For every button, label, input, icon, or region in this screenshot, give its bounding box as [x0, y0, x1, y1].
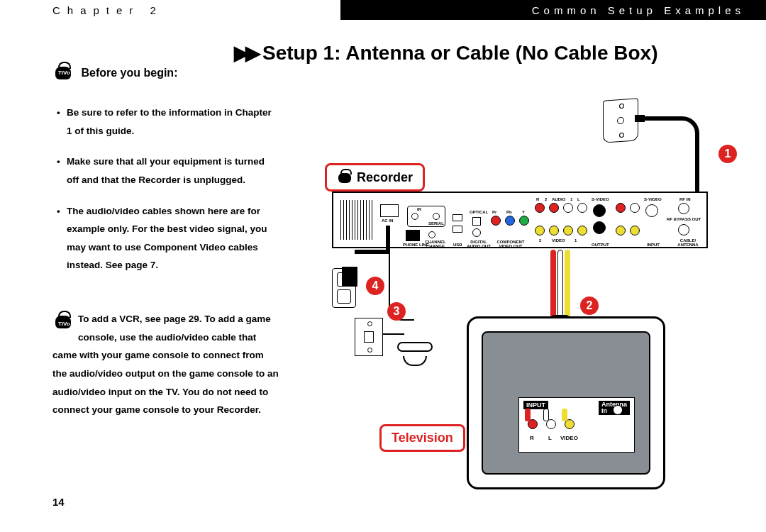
port-label: Pr	[492, 210, 496, 214]
port-label: INPUT	[647, 243, 660, 247]
component-y-jack	[519, 216, 529, 226]
section-label: Common Setup Examples	[340, 0, 766, 20]
port-label: CHANNEL CHANGE	[424, 240, 447, 248]
port-label: Y	[522, 210, 525, 214]
callout-2: 2	[580, 297, 599, 315]
av-cable-yellow	[565, 250, 570, 321]
fan-vent-icon	[340, 200, 373, 240]
chapter-label: Chapter 2	[0, 0, 340, 20]
port-label: 2	[539, 238, 541, 243]
port-label: Pb	[506, 210, 512, 214]
port-label: 2	[545, 197, 547, 201]
av-plug-white-icon	[543, 409, 549, 421]
audio-l-jack	[577, 203, 587, 213]
port-label: USB	[453, 243, 462, 247]
tivo-logo-icon	[337, 170, 353, 185]
usb-port-icon	[453, 226, 462, 233]
ac-port-icon	[380, 204, 399, 217]
tip-bullet: The audio/video cables shown here are fo…	[52, 202, 279, 275]
wiring-diagram: 1 Recorder AC IN IR SERIAL PHONE LINE CH…	[312, 85, 738, 497]
tip-paragraph: TiVo To add a VCR, see page 29. To add a…	[52, 310, 279, 419]
av-plug-red-icon	[525, 409, 531, 421]
digital-audio-jack	[472, 228, 481, 237]
port-label: OPTICAL	[470, 210, 488, 214]
channel-change-jack	[428, 231, 435, 238]
phone-wall-jack-icon	[355, 318, 383, 356]
phone-cable	[383, 333, 404, 335]
port-label: RF BYPASS OUT	[667, 217, 701, 221]
tv-antenna-jack	[613, 405, 623, 415]
port-label: VIDEO	[552, 238, 565, 243]
port-label: RF IN	[679, 197, 691, 201]
tv-port-label: R	[530, 435, 534, 441]
sidebar: TiVo Before you begin: Be sure to refer …	[52, 62, 279, 419]
wall-outlet-icon	[332, 268, 356, 308]
port-label: 1	[574, 238, 577, 243]
tip-bullet: Make sure that all your equipment is tur…	[52, 153, 279, 189]
video-in-jack	[616, 226, 626, 235]
video-jack	[563, 226, 573, 235]
television-label: Television	[379, 424, 465, 452]
video-in-jack	[630, 226, 640, 235]
rf-bypass-jack	[678, 224, 689, 235]
tv-input-panel: INPUT Antenna In R L VIDEO	[518, 397, 635, 453]
audio-r-jack	[549, 203, 559, 213]
port-label: SERIAL	[428, 221, 444, 226]
callout-4: 4	[366, 277, 384, 295]
tip-bullet: Be sure to refer to the information in C…	[52, 104, 279, 140]
tv-port-label: VIDEO	[560, 435, 578, 441]
tivo-logo-icon: TiVo	[52, 62, 74, 84]
page-number: 14	[52, 496, 65, 508]
port-label: AC IN	[382, 218, 393, 223]
audio-in-l-jack	[630, 203, 640, 213]
usb-port-icon	[453, 214, 462, 221]
power-cable	[355, 250, 390, 254]
av-cable-white	[557, 250, 563, 321]
wall-jack-icon	[603, 98, 638, 143]
port-label: OUTPUT	[592, 243, 609, 247]
tv-port-label: L	[548, 435, 552, 441]
page-title: ▶▶Setup 1: Antenna or Cable (No Cable Bo…	[234, 41, 657, 65]
before-you-begin-heading: Before you begin:	[81, 67, 177, 79]
av-cable-red	[550, 250, 556, 321]
port-label: 1	[570, 197, 572, 201]
video-jack	[535, 226, 545, 235]
port-label: AUDIO	[552, 197, 565, 201]
optical-port-icon	[472, 217, 481, 226]
video-jack	[577, 226, 587, 235]
audio-l-jack	[563, 203, 573, 213]
svideo-jack-icon	[593, 204, 606, 217]
component-pb-jack	[505, 216, 515, 226]
header-bar: Chapter 2 Common Setup Examples	[0, 0, 766, 20]
fast-forward-icon: ▶▶	[234, 42, 257, 64]
svideo-jack-icon	[593, 221, 606, 234]
component-pr-jack	[491, 216, 501, 226]
port-label: L	[577, 197, 580, 201]
svideo-in-jack	[645, 204, 658, 217]
audio-in-r-jack	[616, 203, 626, 213]
rf-in-jack	[678, 203, 689, 214]
serial-jack-icon	[433, 213, 440, 220]
port-label: S-VIDEO	[644, 197, 662, 201]
port-label: CABLE/ ANTENNA	[674, 238, 702, 247]
port-label: DIGITAL AUDIO OUT	[467, 240, 491, 248]
audio-r-jack	[535, 203, 545, 213]
coax-cable	[635, 116, 699, 201]
port-label: IR	[417, 207, 421, 211]
port-label: S-VIDEO	[592, 197, 609, 201]
recorder-label: Recorder	[325, 163, 425, 192]
tivo-logo-icon: TiVo	[52, 311, 74, 333]
callout-1: 1	[718, 145, 737, 163]
port-label: R	[536, 197, 539, 201]
phone-port-icon	[406, 230, 420, 241]
port-label: COMPONENT VIDEO OUT	[491, 240, 531, 248]
av-plug-yellow-icon	[562, 409, 567, 421]
video-jack	[549, 226, 559, 235]
telephone-icon	[396, 342, 434, 366]
callout-3: 3	[387, 302, 406, 321]
ir-jack-icon	[411, 213, 418, 220]
